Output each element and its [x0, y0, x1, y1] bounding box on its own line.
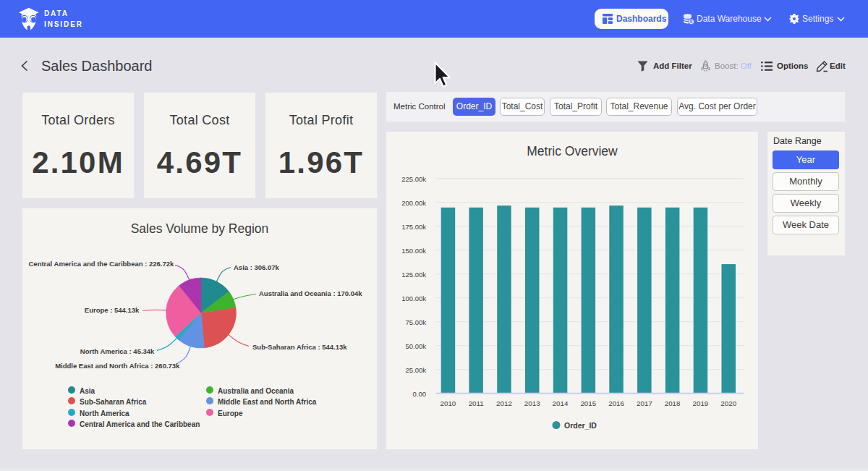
svg-text:25.00k: 25.00k	[405, 366, 426, 374]
svg-text:225.00k: 225.00k	[401, 175, 426, 183]
svg-text:2016: 2016	[608, 399, 624, 407]
svg-text:2014: 2014	[553, 399, 569, 407]
svg-text:2013: 2013	[524, 399, 540, 407]
svg-text:100.00k: 100.00k	[401, 294, 426, 302]
svg-text:2017: 2017	[637, 399, 652, 407]
svg-text:200.00k: 200.00k	[401, 199, 426, 207]
svg-text:50.00k: 50.00k	[405, 342, 426, 350]
svg-text:0.00: 0.00	[413, 390, 427, 398]
svg-text:75.00k: 75.00k	[405, 318, 426, 326]
svg-text:2018: 2018	[665, 399, 681, 407]
svg-text:2012: 2012	[496, 399, 512, 407]
svg-text:175.00k: 175.00k	[401, 223, 426, 231]
svg-text:2015: 2015	[580, 399, 596, 407]
svg-text:2011: 2011	[469, 399, 484, 407]
svg-text:Order_ID: Order_ID	[564, 421, 597, 430]
svg-text:2010: 2010	[441, 399, 456, 407]
svg-text:2020: 2020	[720, 399, 736, 407]
svg-text:125.00k: 125.00k	[401, 271, 426, 279]
svg-text:150.00k: 150.00k	[401, 247, 426, 255]
svg-text:2019: 2019	[693, 399, 709, 407]
